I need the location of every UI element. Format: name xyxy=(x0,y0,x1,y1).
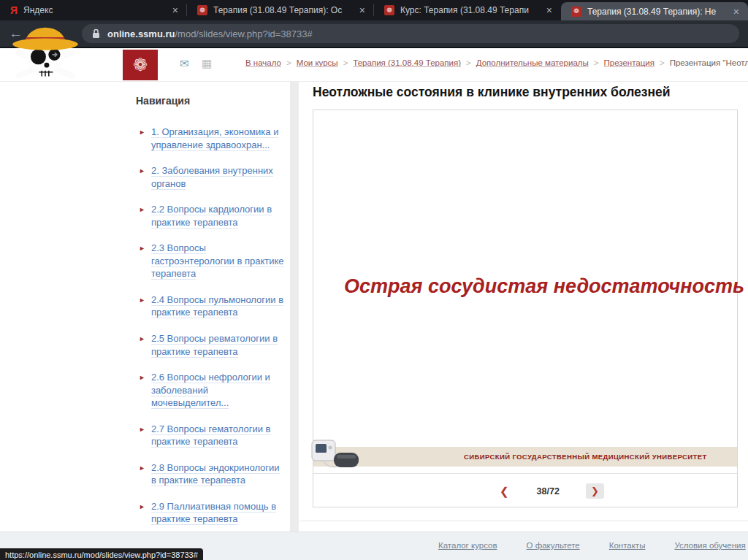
sidebar-nav-item: ► 2.7 Вопросы гематологии в практике тер… xyxy=(136,423,289,448)
sidebar-nav-item: ► 2.8 Вопросы эндокринологии в практике … xyxy=(136,461,289,487)
tab-title: Терапия (31.08.49 Терапия): Ос xyxy=(213,5,356,15)
breadcrumb: В начало>Мои курсы>Терапия (31.08.49 Тер… xyxy=(245,58,748,67)
ssmu-logo[interactable]: ❁ xyxy=(123,50,158,80)
page-title: Неотложные состояния в клинике внутренни… xyxy=(313,85,748,100)
footer-link[interactable]: Контакты xyxy=(609,541,646,550)
sidebar-nav-link[interactable]: 2.8 Вопросы эндокринологии в практике те… xyxy=(151,461,287,487)
sidebar-nav-link[interactable]: 2.9 Паллиативная помощь в практике терап… xyxy=(151,500,287,526)
breadcrumb-course[interactable]: Терапия (31.08.49 Терапия) xyxy=(353,58,461,67)
breadcrumb-separator: > xyxy=(466,58,471,67)
triangle-bullet-icon: ► xyxy=(139,166,145,190)
blood-pressure-monitor-image xyxy=(309,437,363,475)
breadcrumb-separator: > xyxy=(594,58,599,67)
straw-hat-skull-icon xyxy=(10,22,80,83)
ssmu-favicon-icon: ❁ xyxy=(384,5,394,15)
breadcrumb-separator: > xyxy=(343,58,348,67)
site-header: ❁ ✉ ▦ В начало>Мои курсы>Терапия (31.08.… xyxy=(0,48,748,82)
sidebar-nav-link[interactable]: 2.4 Вопросы пульмонологии в практике тер… xyxy=(151,294,287,319)
navigation-title: Навигация xyxy=(136,95,289,107)
breadcrumb-home[interactable]: В начало xyxy=(245,58,281,67)
tab-title: Курс: Терапия (31.08.49 Терапи xyxy=(400,5,543,15)
footer-link[interactable]: Каталог курсов xyxy=(438,541,497,550)
tab-close-icon[interactable]: × xyxy=(730,6,742,18)
sidebar-nav-item: ► 2. Заболевания внутренних органов xyxy=(136,164,289,190)
yandex-favicon-icon: Я xyxy=(10,5,18,15)
tab-close-icon[interactable]: × xyxy=(543,4,555,16)
slide-heading-text: Острая сосудистая недостаточность xyxy=(344,275,744,298)
triangle-bullet-icon: ► xyxy=(139,296,145,319)
breadcrumb-materials[interactable]: Дополнительные материалы xyxy=(476,58,589,67)
breadcrumb-separator: > xyxy=(286,58,291,67)
url-domain: online.ssmu.ru xyxy=(107,28,175,39)
content-divider xyxy=(290,82,299,560)
triangle-bullet-icon: ► xyxy=(139,425,145,448)
slide-counter: 38/72 xyxy=(537,486,560,496)
triangle-bullet-icon: ► xyxy=(139,128,145,151)
slide-viewer: Острая сосудистая недостаточность СИБИРС… xyxy=(313,110,738,507)
slide-pagination: ❮ 38/72 ❯ xyxy=(313,473,737,508)
triangle-bullet-icon: ► xyxy=(139,373,145,410)
tab-title: Терапия (31.08.49 Терапия): Не xyxy=(587,7,730,17)
triangle-bullet-icon: ► xyxy=(139,502,145,526)
status-url-tooltip: https://online.ssmu.ru/mod/slides/view.p… xyxy=(0,548,203,560)
browser-tab-yandex[interactable]: Я Яндекс × xyxy=(0,0,187,20)
sidebar-nav-link[interactable]: 2.5 Вопросы ревматологии в практике тера… xyxy=(151,332,287,358)
tab-close-icon[interactable]: × xyxy=(356,4,368,16)
tab-close-icon[interactable]: × xyxy=(169,4,181,16)
sidebar-nav-item: ► 2.4 Вопросы пульмонологии в практике т… xyxy=(136,294,289,319)
breadcrumb-separator: > xyxy=(660,58,665,67)
breadcrumb-current: Презентация "Неотложные состоя xyxy=(670,58,748,67)
grid-icon[interactable]: ▦ xyxy=(202,57,212,70)
breadcrumb-presentation[interactable]: Презентация xyxy=(604,58,654,67)
triangle-bullet-icon: ► xyxy=(139,205,145,229)
prev-slide-button[interactable]: ❮ xyxy=(500,485,509,498)
footer-link[interactable]: О факультете xyxy=(527,541,580,550)
breadcrumb-my-courses[interactable]: Мои курсы xyxy=(297,58,338,67)
browser-toolbar: ← ⟳ online.ssmu.ru/mod/slides/view.php?i… xyxy=(0,20,748,48)
sidebar-nav-item: ► 2.6 Вопросы нефрологии и заболеваний м… xyxy=(136,371,289,410)
sidebar-nav-link[interactable]: 2.3 Вопросы гастроэнтерологии в практике… xyxy=(151,242,287,280)
sidebar-nav-link[interactable]: 1. Организация, экономика и управление з… xyxy=(151,126,287,151)
university-banner: СИБИРСКИЙ ГОСУДАРСТВЕННЫЙ МЕДИЦИНСКИЙ УН… xyxy=(313,447,737,467)
messages-icon[interactable]: ✉ xyxy=(180,57,189,70)
browser-tab-terapia-os[interactable]: ❁ Терапия (31.08.49 Терапия): Ос × xyxy=(187,0,374,20)
lock-icon xyxy=(92,28,100,39)
ssmu-favicon-icon: ❁ xyxy=(571,7,581,17)
ssmu-favicon-icon: ❁ xyxy=(197,5,207,15)
browser-tab-active[interactable]: ❁ Терапия (31.08.49 Терапия): Не × xyxy=(561,2,748,20)
sidebar-nav-item: ► 2.2 Вопросы кардиологии в практике тер… xyxy=(136,203,289,229)
sidebar-nav-item: ► 2.3 Вопросы гастроэнтерологии в практи… xyxy=(136,242,289,280)
tab-title: Яндекс xyxy=(23,5,169,15)
sidebar-nav-link[interactable]: 2.7 Вопросы гематологии в практике терап… xyxy=(151,423,287,448)
footer-link[interactable]: Условия обучения xyxy=(674,541,745,550)
next-slide-button[interactable]: ❯ xyxy=(586,483,604,499)
footer-links: Каталог курсов О факультете Контакты Усл… xyxy=(438,541,746,550)
triangle-bullet-icon: ► xyxy=(139,464,145,487)
triangle-bullet-icon: ► xyxy=(139,244,145,280)
url-path: /mod/slides/view.php?id=38733# xyxy=(175,28,312,39)
sidebar-nav-link[interactable]: 2.2 Вопросы кардиологии в практике терап… xyxy=(151,203,287,229)
sidebar-nav-item: ► 2.9 Паллиативная помощь в практике тер… xyxy=(136,500,289,526)
browser-tab-bar: Я Яндекс × ❁ Терапия (31.08.49 Терапия):… xyxy=(0,0,748,20)
sidebar-nav-item: ► 1. Организация, экономика и управление… xyxy=(136,126,289,151)
address-bar[interactable]: online.ssmu.ru/mod/slides/view.php?id=38… xyxy=(82,24,739,43)
sidebar-nav-item: ► 2.5 Вопросы ревматологии в практике те… xyxy=(136,332,289,358)
navigation-block: Навигация ► 1. Организация, экономика и … xyxy=(136,95,289,560)
sidebar-nav-link[interactable]: 2.6 Вопросы нефрологии и заболеваний моч… xyxy=(151,371,287,410)
triangle-bullet-icon: ► xyxy=(139,334,145,358)
university-banner-text: СИБИРСКИЙ ГОСУДАРСТВЕННЫЙ МЕДИЦИНСКИЙ УН… xyxy=(464,453,707,461)
sidebar-nav-link[interactable]: 2. Заболевания внутренних органов xyxy=(151,164,287,190)
content-bottom-border xyxy=(299,521,748,521)
browser-tab-kurs-terapia[interactable]: ❁ Курс: Терапия (31.08.49 Терапи × xyxy=(374,0,561,20)
